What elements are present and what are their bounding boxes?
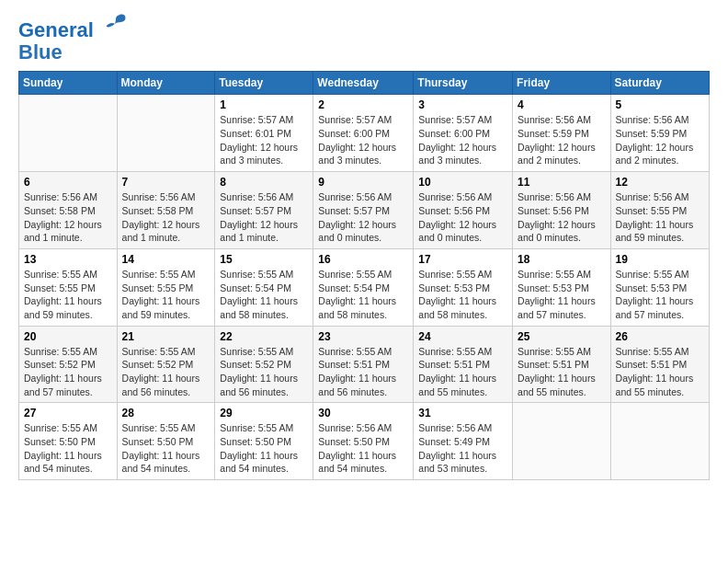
day-number: 20 (24, 330, 112, 343)
day-number: 18 (518, 253, 606, 266)
day-number: 14 (122, 253, 210, 266)
day-cell: 6Sunrise: 5:56 AMSunset: 5:58 PMDaylight… (19, 172, 118, 249)
day-cell: 7Sunrise: 5:56 AMSunset: 5:58 PMDaylight… (117, 172, 215, 249)
day-info: Sunrise: 5:57 AMSunset: 6:00 PMDaylight:… (318, 113, 408, 167)
day-cell: 12Sunrise: 5:56 AMSunset: 5:55 PMDayligh… (610, 172, 709, 249)
day-cell: 11Sunrise: 5:56 AMSunset: 5:56 PMDayligh… (513, 172, 611, 249)
day-cell: 13Sunrise: 5:55 AMSunset: 5:55 PMDayligh… (19, 248, 118, 326)
day-number: 7 (122, 176, 210, 189)
day-info: Sunrise: 5:56 AMSunset: 5:59 PMDaylight:… (518, 113, 606, 167)
day-cell: 1Sunrise: 5:57 AMSunset: 6:01 PMDaylight… (215, 95, 313, 172)
day-info: Sunrise: 5:55 AMSunset: 5:55 PMDaylight:… (122, 268, 210, 322)
calendar-table: SundayMondayTuesdayWednesdayThursdayFrid… (18, 71, 710, 480)
day-cell: 17Sunrise: 5:55 AMSunset: 5:53 PMDayligh… (414, 248, 513, 326)
day-number: 11 (518, 176, 606, 189)
day-number: 9 (318, 176, 408, 189)
day-info: Sunrise: 5:55 AMSunset: 5:53 PMDaylight:… (518, 268, 606, 322)
day-cell (19, 95, 118, 172)
day-info: Sunrise: 5:55 AMSunset: 5:50 PMDaylight:… (122, 421, 210, 476)
header-cell-sunday: Sunday (19, 72, 118, 95)
logo: General Blue (18, 18, 127, 63)
day-number: 8 (220, 176, 308, 189)
week-row-5: 27Sunrise: 5:55 AMSunset: 5:50 PMDayligh… (19, 403, 710, 480)
header-cell-tuesday: Tuesday (215, 72, 313, 95)
day-cell: 14Sunrise: 5:55 AMSunset: 5:55 PMDayligh… (117, 248, 215, 326)
day-number: 26 (616, 330, 704, 343)
day-info: Sunrise: 5:55 AMSunset: 5:53 PMDaylight:… (418, 268, 507, 322)
day-info: Sunrise: 5:56 AMSunset: 5:56 PMDaylight:… (518, 190, 606, 245)
day-cell (513, 403, 611, 480)
day-cell: 5Sunrise: 5:56 AMSunset: 5:59 PMDaylight… (610, 95, 709, 172)
day-number: 29 (220, 407, 308, 419)
week-row-3: 13Sunrise: 5:55 AMSunset: 5:55 PMDayligh… (19, 248, 710, 326)
day-info: Sunrise: 5:55 AMSunset: 5:50 PMDaylight:… (220, 421, 308, 476)
day-info: Sunrise: 5:56 AMSunset: 5:49 PMDaylight:… (418, 421, 507, 476)
day-cell: 8Sunrise: 5:56 AMSunset: 5:57 PMDaylight… (215, 172, 313, 249)
header-row: SundayMondayTuesdayWednesdayThursdayFrid… (19, 72, 710, 95)
header-cell-friday: Friday (513, 72, 611, 95)
day-number: 16 (318, 253, 408, 266)
day-cell: 10Sunrise: 5:56 AMSunset: 5:56 PMDayligh… (414, 172, 513, 249)
day-number: 3 (418, 98, 507, 111)
day-cell: 18Sunrise: 5:55 AMSunset: 5:53 PMDayligh… (513, 248, 611, 326)
day-info: Sunrise: 5:55 AMSunset: 5:51 PMDaylight:… (318, 345, 408, 399)
day-info: Sunrise: 5:55 AMSunset: 5:54 PMDaylight:… (220, 268, 308, 322)
day-info: Sunrise: 5:55 AMSunset: 5:50 PMDaylight:… (24, 421, 112, 476)
day-number: 28 (122, 407, 210, 419)
week-row-2: 6Sunrise: 5:56 AMSunset: 5:58 PMDaylight… (19, 172, 710, 249)
header-cell-thursday: Thursday (414, 72, 513, 95)
day-number: 31 (418, 407, 507, 419)
day-cell: 27Sunrise: 5:55 AMSunset: 5:50 PMDayligh… (19, 403, 118, 480)
day-cell: 21Sunrise: 5:55 AMSunset: 5:52 PMDayligh… (117, 326, 215, 403)
day-cell: 4Sunrise: 5:56 AMSunset: 5:59 PMDaylight… (513, 95, 611, 172)
day-info: Sunrise: 5:56 AMSunset: 5:55 PMDaylight:… (616, 190, 704, 245)
day-number: 10 (418, 176, 507, 189)
week-row-1: 1Sunrise: 5:57 AMSunset: 6:01 PMDaylight… (19, 95, 710, 172)
week-row-4: 20Sunrise: 5:55 AMSunset: 5:52 PMDayligh… (19, 326, 710, 403)
day-cell: 29Sunrise: 5:55 AMSunset: 5:50 PMDayligh… (215, 403, 313, 480)
day-cell: 22Sunrise: 5:55 AMSunset: 5:52 PMDayligh… (215, 326, 313, 403)
day-number: 23 (318, 330, 408, 343)
header-cell-monday: Monday (117, 72, 215, 95)
day-number: 24 (418, 330, 507, 343)
day-number: 5 (616, 98, 704, 111)
day-cell: 28Sunrise: 5:55 AMSunset: 5:50 PMDayligh… (117, 403, 215, 480)
day-info: Sunrise: 5:56 AMSunset: 5:59 PMDaylight:… (616, 113, 704, 167)
day-number: 6 (24, 176, 112, 189)
day-number: 4 (518, 98, 606, 111)
page: General Blue SundayMondayTuesdayWednesda… (0, 0, 728, 489)
day-cell: 30Sunrise: 5:56 AMSunset: 5:50 PMDayligh… (313, 403, 414, 480)
header: General Blue (18, 15, 710, 63)
day-cell: 15Sunrise: 5:55 AMSunset: 5:54 PMDayligh… (215, 248, 313, 326)
day-cell: 2Sunrise: 5:57 AMSunset: 6:00 PMDaylight… (313, 95, 414, 172)
day-info: Sunrise: 5:57 AMSunset: 6:00 PMDaylight:… (418, 113, 507, 167)
day-cell: 16Sunrise: 5:55 AMSunset: 5:54 PMDayligh… (313, 248, 414, 326)
day-info: Sunrise: 5:55 AMSunset: 5:51 PMDaylight:… (518, 345, 606, 399)
day-info: Sunrise: 5:55 AMSunset: 5:53 PMDaylight:… (616, 268, 704, 322)
day-info: Sunrise: 5:56 AMSunset: 5:58 PMDaylight:… (24, 190, 112, 245)
day-info: Sunrise: 5:55 AMSunset: 5:54 PMDaylight:… (318, 268, 408, 322)
day-info: Sunrise: 5:57 AMSunset: 6:01 PMDaylight:… (220, 113, 308, 167)
day-number: 25 (518, 330, 606, 343)
day-cell (117, 95, 215, 172)
day-cell: 9Sunrise: 5:56 AMSunset: 5:57 PMDaylight… (313, 172, 414, 249)
day-number: 1 (220, 98, 308, 111)
day-cell: 19Sunrise: 5:55 AMSunset: 5:53 PMDayligh… (610, 248, 709, 326)
logo-bird-icon (101, 11, 127, 37)
day-number: 30 (318, 407, 408, 419)
day-number: 12 (616, 176, 704, 189)
day-info: Sunrise: 5:55 AMSunset: 5:51 PMDaylight:… (616, 345, 704, 399)
logo-general: General (18, 18, 94, 41)
header-cell-saturday: Saturday (610, 72, 709, 95)
day-info: Sunrise: 5:56 AMSunset: 5:56 PMDaylight:… (418, 190, 507, 245)
day-cell: 23Sunrise: 5:55 AMSunset: 5:51 PMDayligh… (313, 326, 414, 403)
day-info: Sunrise: 5:56 AMSunset: 5:50 PMDaylight:… (318, 421, 408, 476)
day-cell: 25Sunrise: 5:55 AMSunset: 5:51 PMDayligh… (513, 326, 611, 403)
day-info: Sunrise: 5:55 AMSunset: 5:51 PMDaylight:… (418, 345, 507, 399)
day-number: 17 (418, 253, 507, 266)
day-number: 21 (122, 330, 210, 343)
day-cell: 31Sunrise: 5:56 AMSunset: 5:49 PMDayligh… (414, 403, 513, 480)
day-number: 19 (616, 253, 704, 266)
day-info: Sunrise: 5:56 AMSunset: 5:58 PMDaylight:… (122, 190, 210, 245)
logo-blue: Blue (18, 40, 63, 63)
